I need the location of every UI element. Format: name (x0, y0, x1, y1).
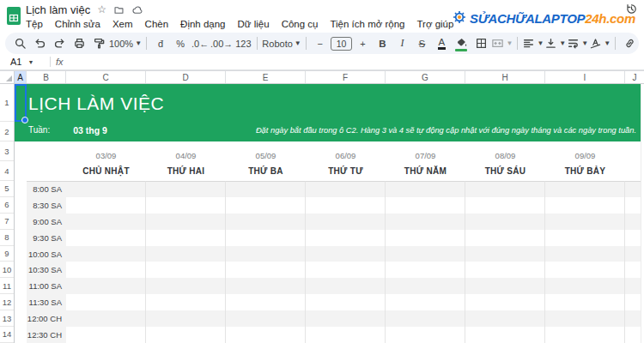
date-cell[interactable]: 03/09 (66, 141, 146, 161)
document-title[interactable]: Lịch làm việc (26, 3, 90, 16)
cloud-status-icon[interactable] (131, 4, 143, 15)
vertical-align-button[interactable]: ▼ (544, 34, 566, 52)
schedule-cell[interactable] (66, 246, 146, 262)
schedule-cell[interactable] (146, 310, 226, 327)
schedule-cell[interactable] (306, 262, 386, 278)
schedule-cell[interactable] (386, 327, 465, 343)
schedule-cell[interactable] (545, 278, 625, 294)
day-name-cell[interactable]: THỨ HAI (146, 161, 226, 181)
schedule-cell[interactable] (66, 181, 146, 197)
schedule-cell[interactable] (386, 262, 465, 278)
select-all-corner[interactable] (0, 71, 15, 83)
print-button[interactable] (70, 34, 88, 52)
move-folder-icon[interactable] (113, 4, 125, 15)
schedule-cell[interactable] (545, 181, 625, 197)
row-header-6[interactable]: 6 (0, 197, 14, 214)
column-header-c[interactable]: C (66, 71, 146, 83)
schedule-cell[interactable] (465, 327, 545, 343)
schedule-cell[interactable] (146, 230, 226, 246)
time-cell[interactable]: 8:30 SA (27, 197, 66, 214)
menu-item-chinh-sua[interactable]: Chỉnh sửa (49, 19, 106, 29)
day-name-cell[interactable]: THỨ BẢY (545, 161, 625, 181)
schedule-cell[interactable] (146, 327, 226, 343)
row-header-11[interactable]: 11 (0, 278, 14, 294)
zoom-select-button[interactable]: 100%▼ (109, 34, 142, 52)
column-header-d[interactable]: D (146, 71, 226, 83)
schedule-cell[interactable] (465, 181, 545, 197)
schedule-cell[interactable] (226, 230, 306, 246)
schedule-cell[interactable] (306, 310, 386, 327)
day-name-cell[interactable]: THỨ SÁU (465, 161, 545, 181)
row-header-13[interactable]: 13 (0, 310, 14, 327)
percent-format-button[interactable]: % (171, 34, 190, 52)
schedule-cell[interactable] (545, 294, 625, 310)
schedule-cell[interactable] (465, 294, 545, 310)
menu-item-tep[interactable]: Tệp (20, 19, 49, 29)
schedule-cell[interactable] (306, 214, 386, 230)
schedule-cell[interactable] (545, 214, 625, 230)
row-header-2[interactable]: 2 (0, 122, 14, 141)
schedule-cell[interactable] (386, 230, 465, 246)
increase-decimal-button[interactable]: .00→ (210, 34, 233, 52)
date-cell[interactable]: 04/09 (146, 141, 226, 161)
schedule-cell[interactable] (386, 181, 465, 197)
time-cell[interactable]: 9:30 SA (27, 230, 66, 246)
decrease-font-size-button[interactable]: − (311, 34, 330, 52)
schedule-cell[interactable] (386, 246, 465, 262)
text-wrap-button[interactable]: ▼ (567, 34, 588, 52)
row-header-3[interactable]: 3 (0, 141, 14, 161)
schedule-cell[interactable] (66, 262, 146, 278)
schedule-cell[interactable] (226, 327, 306, 343)
paint-format-button[interactable] (89, 34, 108, 52)
date-cell[interactable]: 08/09 (465, 141, 545, 161)
insert-link-button[interactable] (620, 34, 639, 52)
column-header-f[interactable]: F (306, 71, 386, 83)
column-header-h[interactable]: H (465, 71, 545, 83)
schedule-cell[interactable] (226, 278, 306, 294)
increase-font-size-button[interactable]: + (353, 34, 372, 52)
day-name-cell[interactable]: THỨ TƯ (306, 161, 386, 181)
star-icon[interactable]: ☆ (97, 4, 106, 15)
time-cell[interactable]: 12:00 CH (27, 310, 66, 327)
schedule-cell[interactable] (146, 197, 226, 214)
row-header-9[interactable]: 9 (0, 246, 14, 262)
schedule-cell[interactable] (146, 294, 226, 310)
row-header-5[interactable]: 5 (0, 181, 14, 197)
schedule-cell[interactable] (386, 197, 465, 214)
font-size-input-button[interactable]: 10 (331, 34, 353, 52)
time-cell[interactable]: 11:30 SA (27, 294, 66, 310)
menu-item-du-lieu[interactable]: Dữ liệu (232, 19, 276, 29)
day-name-cell[interactable]: THỨ NĂM (386, 161, 465, 181)
undo-button[interactable] (30, 34, 49, 52)
schedule-cell[interactable] (465, 230, 545, 246)
schedule-cell[interactable] (66, 310, 146, 327)
sheets-logo-icon[interactable] (7, 7, 21, 25)
schedule-cell[interactable] (226, 197, 306, 214)
date-cell[interactable]: 09/09 (545, 141, 625, 161)
schedule-cell[interactable] (465, 262, 545, 278)
schedule-cell[interactable] (545, 262, 625, 278)
decrease-decimal-button[interactable]: .0← (191, 34, 210, 52)
row-header-4[interactable]: 4 (0, 161, 14, 181)
column-header-b[interactable]: B (27, 71, 66, 83)
menu-item-cong-cu[interactable]: Công cụ (276, 19, 325, 29)
borders-button[interactable] (471, 34, 490, 52)
schedule-cell[interactable] (66, 294, 146, 310)
schedule-cell[interactable] (306, 230, 386, 246)
schedule-cell[interactable] (226, 310, 306, 327)
row-header-1[interactable]: 1 (0, 84, 14, 122)
schedule-cell[interactable] (306, 246, 386, 262)
date-cell[interactable]: 05/09 (226, 141, 306, 161)
schedule-cell[interactable] (386, 294, 465, 310)
schedule-cell[interactable] (545, 197, 625, 214)
currency-format-button[interactable]: đ (151, 34, 170, 52)
schedule-cell[interactable] (545, 310, 625, 327)
banner-cell[interactable]: LỊCH LÀM VIỆC Tuần: 03 thg 9 Đặt ngày bắ… (15, 84, 644, 141)
schedule-cell[interactable] (226, 246, 306, 262)
schedule-cell[interactable] (306, 197, 386, 214)
schedule-cell[interactable] (146, 246, 226, 262)
day-name-cell[interactable]: CHỦ NHẬT (66, 161, 146, 181)
time-cell[interactable]: 9:00 SA (27, 214, 66, 230)
column-header-a[interactable]: A (15, 71, 27, 83)
schedule-cell[interactable] (66, 197, 146, 214)
